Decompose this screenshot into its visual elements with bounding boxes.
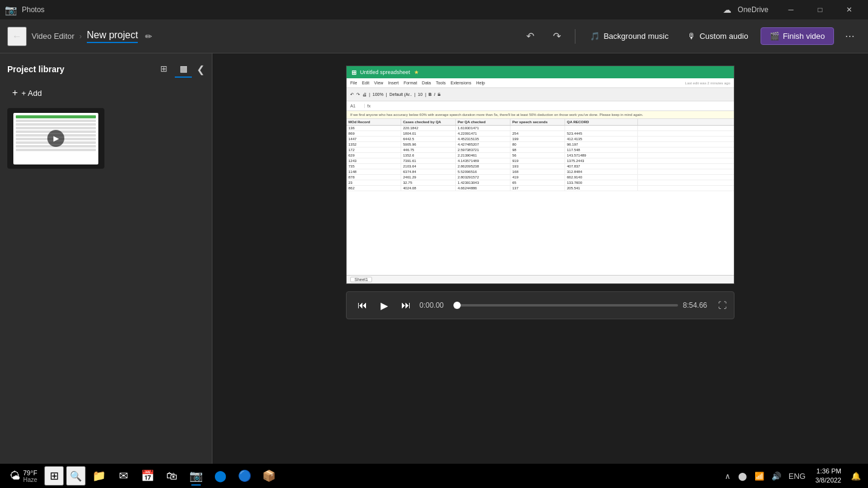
ss-cell-5-5: 117.548 [565, 147, 638, 152]
menu-insert: Insert [388, 81, 399, 85]
ss-column-headers: MOd Record Cases checked by QA Per QA ch… [347, 119, 734, 126]
taskbar-app-files[interactable]: 📁 [88, 465, 110, 487]
ss-cell-7-1: 1243 [347, 158, 401, 163]
language-indicator[interactable]: ENG [786, 470, 808, 482]
ss-cell-5-2: 446.75 [401, 147, 456, 152]
back-button[interactable]: ← [7, 27, 27, 46]
more-options-button[interactable]: ⋯ [839, 25, 861, 47]
background-music-button[interactable]: 🎵 Background music [583, 28, 676, 44]
taskbar-app-mail[interactable]: ✉ [112, 465, 134, 487]
ss-cell-7-2: 7391.61 [401, 158, 456, 163]
custom-audio-label: Custom audio [699, 32, 748, 41]
taskbar-app-chrome[interactable]: 🔵 [234, 465, 256, 487]
ss-row-1: 136 220.1842 1.619301471 [347, 126, 734, 131]
ss-row-5: 172 446.75 2.597383721 98 117.548 [347, 147, 734, 153]
ss-col-header-5: QA RECORD [565, 119, 638, 125]
view-list-button[interactable]: ▦ [175, 61, 192, 78]
ss-row-7: 1243 7391.61 4.143571489 919 1375.2443 [347, 158, 734, 164]
fast-forward-button[interactable]: ⏭ [398, 297, 415, 314]
files-icon: 📁 [92, 469, 106, 483]
menu-format: Format [404, 81, 417, 85]
search-button[interactable]: 🔍 [66, 466, 86, 486]
breadcrumb-separator: › [80, 32, 82, 41]
collapse-sidebar-button[interactable]: ❮ [197, 64, 205, 75]
ss-col-header-1: MOd Record [347, 119, 401, 125]
volume-icon[interactable]: 🔊 [769, 470, 784, 482]
menu-extensions: Extensions [450, 81, 471, 85]
maximize-button[interactable]: □ [806, 0, 834, 19]
notification-icon[interactable]: 🔔 [849, 470, 863, 482]
taskbar-app-calendar[interactable]: 📅 [137, 465, 158, 487]
system-tray: ∧ ⬤ 📶 🔊 ENG 1:36 PM 3/8/2022 🔔 [722, 467, 863, 486]
ss-col-header-4: Per speech seconds [510, 119, 565, 125]
clock[interactable]: 1:36 PM 3/8/2022 [810, 467, 846, 486]
progress-bar[interactable] [455, 304, 678, 307]
ss-cell-10-3: 2.803291572 [456, 175, 510, 180]
calendar-icon: 📅 [141, 469, 154, 483]
ss-line-2 [16, 123, 96, 126]
taskbar-app-photos[interactable]: 📷 [185, 465, 207, 487]
ss-col-header-3: Per QA checked [456, 119, 510, 125]
weather-icon: 🌤 [10, 470, 21, 483]
weather-info: 79°F Haze [23, 469, 37, 483]
ss-cell-10-5: 662.9140 [565, 175, 638, 180]
start-button[interactable]: ⊞ [44, 466, 64, 486]
ss-cell-8-1: 735 [347, 164, 401, 169]
toolbar-fontsize: 10 [418, 92, 422, 97]
toolbar-strike: S [438, 92, 441, 97]
ss-row-12: 862 4024.08 4.66244886 137 205.541 [347, 186, 734, 191]
ss-formula-bar: A1 fx [347, 101, 734, 111]
ss-cell-9-2: 6374.84 [401, 169, 456, 174]
ss-cell-3-4: 199 [510, 137, 565, 141]
ss-cell-12-5: 205.541 [565, 186, 638, 191]
ss-row-3: 1447 6442.5 4.452315135 199 412.4135 [347, 137, 734, 142]
chrome-icon: 🔵 [238, 469, 251, 483]
ss-cell-1-3: 1.619301471 [456, 126, 510, 130]
chevron-up-icon[interactable]: ∧ [722, 470, 733, 482]
ss-title: Untitled spreadsheet [360, 69, 410, 75]
ss-row-4: 1352 5905.96 4.427485207 80 96.197 [347, 142, 734, 147]
close-button[interactable]: ✕ [835, 0, 863, 19]
ss-cell-5-3: 2.597383721 [456, 147, 510, 152]
onedrive-label: OneDrive [737, 5, 768, 14]
finish-video-button[interactable]: 🎬 Finish video [761, 27, 834, 45]
ss-cell-12-1: 862 [347, 186, 401, 191]
previous-frame-button[interactable]: ⏮ [354, 297, 371, 314]
mail-icon: ✉ [119, 469, 128, 483]
ss-header-line [16, 115, 96, 118]
add-media-button[interactable]: + + Add [7, 85, 205, 101]
ss-cell-8-5: 407.837 [565, 164, 638, 169]
taskbar-app-store[interactable]: 🛍 [161, 465, 183, 487]
ss-cell-3-5: 412.4135 [565, 137, 638, 141]
fullscreen-button[interactable]: ⛶ [718, 300, 727, 310]
ss-cell-5-4: 98 [510, 147, 565, 152]
undo-button[interactable]: ↶ [519, 25, 541, 47]
ss-line-1 [16, 120, 96, 122]
taskbar-app-dropbox[interactable]: 📦 [258, 465, 280, 487]
ss-cell-4-5: 96.197 [565, 142, 638, 147]
dropbox-icon: 📦 [262, 469, 276, 483]
ss-cell-9-5: 312.8484 [565, 169, 638, 174]
ss-cell-4-4: 80 [510, 142, 565, 147]
audio-icon: 🎙 [688, 32, 696, 41]
ss-line-9 [16, 149, 96, 151]
weather-widget[interactable]: 🌤 79°F Haze [5, 469, 42, 483]
ss-cell-1-2: 220.1842 [401, 126, 456, 130]
taskbar-app-edge[interactable]: ⬤ [209, 465, 231, 487]
ss-col-header-2: Cases checked by QA [401, 119, 456, 125]
minimize-button[interactable]: ─ [777, 0, 805, 19]
ss-cell-1-4 [510, 126, 565, 130]
ss-row-6: 629 1352.6 2.21390461 56 143.571489 [347, 153, 734, 158]
media-thumbnail-1[interactable]: ▶ [7, 108, 104, 169]
ss-cell-9-4: 168 [510, 169, 565, 174]
redo-button[interactable]: ↷ [546, 25, 568, 47]
edit-title-icon[interactable]: ✏ [145, 32, 152, 41]
toolbar-redo: ↷ [356, 92, 360, 97]
toolbar-bold: B [429, 92, 432, 97]
play-button[interactable]: ▶ [376, 297, 393, 314]
custom-audio-button[interactable]: 🎙 Custom audio [680, 28, 755, 44]
menu-edit: Edit [362, 81, 369, 85]
view-grid-button[interactable]: ⊞ [155, 61, 172, 78]
start-icon: ⊞ [50, 469, 59, 483]
title-bar-controls: ☁ OneDrive ─ □ ✕ [723, 0, 863, 19]
